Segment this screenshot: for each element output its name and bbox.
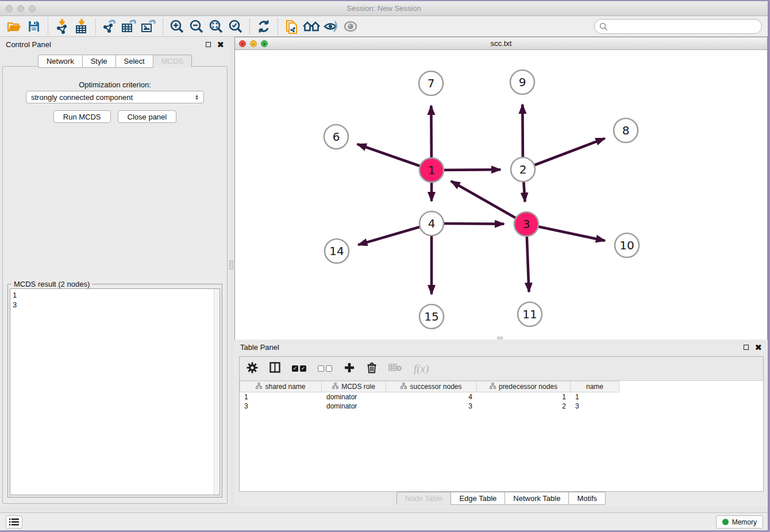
splitter-grip[interactable] (229, 260, 233, 269)
graph-node-1[interactable]: 1 (419, 158, 444, 182)
close-panel-button[interactable]: Close panel (118, 110, 177, 123)
maximize-window-button[interactable] (29, 5, 36, 12)
network-canvas[interactable]: 7968124314101511 (235, 50, 767, 341)
column-header-shared-name[interactable]: shared name (240, 381, 322, 392)
svg-text:6: 6 (333, 130, 340, 144)
network-close-button[interactable]: ✕ (239, 40, 246, 47)
mcds-result-text[interactable]: 1 3 (10, 288, 220, 495)
home-neighbors-icon[interactable] (302, 18, 321, 35)
memory-label: Memory (732, 518, 757, 526)
float-table-panel-icon[interactable] (744, 345, 749, 350)
graph-node-9[interactable]: 9 (510, 70, 534, 94)
graph-node-14[interactable]: 14 (325, 239, 349, 263)
result-scrollbar[interactable] (214, 289, 220, 495)
node-table: shared nameMCDS rolesuccessor nodesprede… (240, 381, 763, 491)
zoom-selected-icon[interactable] (226, 18, 245, 35)
window-title: Session: New Session (0, 1, 768, 16)
table-tab-node-table[interactable]: Node Table (396, 492, 452, 505)
function-builder-icon[interactable]: f(x) (414, 363, 429, 375)
graph-node-10[interactable]: 10 (615, 233, 639, 257)
zoom-in-icon[interactable] (167, 18, 187, 35)
export-image-icon[interactable] (139, 18, 159, 35)
table-panel-title: Table Panel (240, 343, 279, 352)
export-network-icon[interactable] (100, 18, 120, 35)
cell-shared-name[interactable]: 3 (240, 402, 322, 411)
minimize-window-button[interactable] (17, 5, 24, 12)
table-panel-tabs: Node TableEdge TableNetwork TableMotifs (234, 492, 768, 505)
float-panel-icon[interactable] (206, 42, 211, 47)
criterion-select[interactable]: strongly connected component ▲▼ (26, 91, 204, 103)
svg-text:11: 11 (522, 307, 537, 321)
list-icon (9, 518, 19, 526)
search-input[interactable] (608, 22, 761, 31)
export-table-icon[interactable] (120, 18, 139, 35)
network-minimize-button[interactable]: − (250, 40, 257, 47)
cell-shared-name[interactable]: 1 (240, 392, 322, 402)
settings-gear-icon[interactable] (247, 362, 258, 376)
zoom-fit-icon[interactable] (206, 18, 226, 35)
status-bar: Memory (0, 512, 768, 530)
save-session-icon[interactable] (24, 18, 44, 35)
hide-graphics-details-icon[interactable] (321, 18, 341, 35)
run-mcds-button[interactable]: Run MCDS (53, 110, 111, 123)
graph-node-8[interactable]: 8 (614, 118, 638, 142)
graph-node-6[interactable]: 6 (324, 125, 348, 149)
graph-node-4[interactable]: 4 (419, 211, 444, 236)
delete-row-icon[interactable] (367, 362, 377, 376)
close-table-panel-icon[interactable]: ✖ (754, 345, 762, 350)
toolbar-separator (163, 18, 163, 34)
table-tab-network-table[interactable]: Network Table (505, 492, 569, 505)
mcds-result-title: MCDS result (2 nodes) (11, 280, 92, 288)
network-graph[interactable]: 7968124314101511 (235, 50, 767, 339)
graph-edge-3-1[interactable] (451, 181, 526, 224)
cell-MCDS-role[interactable]: dominator (322, 392, 386, 402)
table-row[interactable]: 3dominator323 (240, 402, 763, 411)
graph-node-2[interactable]: 2 (511, 157, 535, 182)
cell-predecessor-nodes[interactable]: 1 (477, 392, 571, 402)
graph-edge-2-8[interactable] (523, 138, 605, 169)
graph-node-7[interactable]: 7 (419, 71, 443, 95)
zoom-out-icon[interactable] (187, 18, 206, 35)
close-window-button[interactable] (6, 5, 13, 12)
svg-text:4: 4 (428, 217, 436, 230)
close-panel-icon[interactable]: ✖ (217, 42, 224, 47)
task-history-button[interactable] (6, 515, 22, 529)
tab-network[interactable]: Network (38, 55, 83, 68)
main-area: Control Panel ✖ NetworkStyleSelectMCDS O… (0, 37, 768, 512)
tab-mcds[interactable]: MCDS (153, 55, 192, 68)
add-row-icon[interactable] (344, 362, 355, 376)
column-header-name[interactable]: name (571, 381, 619, 392)
open-session-icon[interactable] (5, 18, 24, 35)
table-tab-edge-table[interactable]: Edge Table (451, 492, 505, 505)
table-row[interactable]: 1dominator411 (240, 392, 763, 402)
delete-table-icon[interactable] (388, 363, 402, 375)
graph-node-15[interactable]: 15 (419, 304, 444, 329)
import-network-icon[interactable] (52, 18, 72, 35)
cell-name[interactable]: 1 (571, 392, 619, 402)
column-header-successor-nodes[interactable]: successor nodes (386, 381, 477, 392)
memory-button[interactable]: Memory (716, 515, 763, 529)
show-graphics-details-icon[interactable] (341, 18, 360, 35)
graph-node-11[interactable]: 11 (518, 302, 542, 326)
tab-select[interactable]: Select (116, 55, 153, 68)
import-table-icon[interactable] (72, 18, 91, 35)
refresh-icon[interactable] (254, 18, 274, 35)
app-window: Session: New Session (0, 1, 768, 530)
column-header-predecessor-nodes[interactable]: predecessor nodes (477, 381, 571, 392)
clone-network-icon[interactable] (282, 18, 302, 35)
column-header-MCDS-role[interactable]: MCDS role (322, 381, 386, 392)
svg-text:3: 3 (523, 217, 530, 231)
split-columns-icon[interactable] (270, 362, 280, 375)
cell-successor-nodes[interactable]: 3 (386, 402, 477, 411)
select-none-unchecked-icon[interactable] (318, 365, 332, 372)
tab-style[interactable]: Style (83, 55, 116, 68)
cell-successor-nodes[interactable]: 4 (386, 392, 477, 402)
cell-predecessor-nodes[interactable]: 2 (477, 402, 571, 411)
cell-MCDS-role[interactable]: dominator (322, 402, 386, 411)
cell-name[interactable]: 3 (571, 402, 619, 411)
title-bar: Session: New Session (0, 1, 768, 16)
network-maximize-button[interactable]: + (261, 40, 268, 47)
graph-node-3[interactable]: 3 (514, 212, 538, 236)
select-all-checked-icon[interactable]: ✓✓ (292, 365, 306, 372)
table-tab-motifs[interactable]: Motifs (569, 492, 606, 505)
